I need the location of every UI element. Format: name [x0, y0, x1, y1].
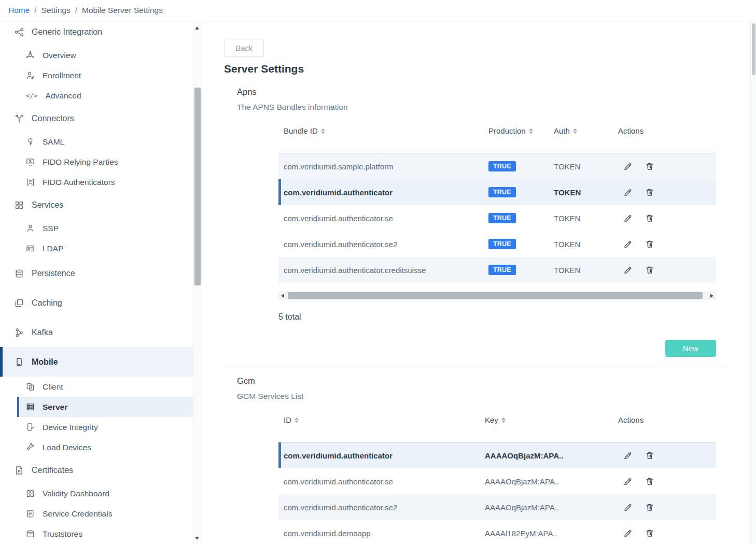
column-header-bundle-id[interactable]: Bundle ID: [278, 126, 488, 153]
sidebar-item-kafka[interactable]: Kafka: [0, 318, 193, 347]
sort-icon[interactable]: [295, 418, 299, 423]
sidebar: Generic Integration Overview Enrollment …: [0, 21, 193, 545]
auth-cell: TOKEN: [554, 188, 618, 197]
delete-icon[interactable]: [645, 477, 654, 486]
sort-icon[interactable]: [501, 418, 506, 423]
delete-icon[interactable]: [645, 162, 654, 171]
delete-icon[interactable]: [645, 239, 654, 249]
page-scrollbar-thumb[interactable]: [752, 23, 755, 75]
sidebar-item-label: Enrollment: [43, 71, 81, 80]
mobile-icon: [15, 357, 24, 367]
sidebar-item-truststores[interactable]: Truststores: [0, 524, 193, 544]
sidebar-item-label: Caching: [32, 298, 62, 308]
caching-icon: [15, 298, 24, 308]
delete-icon[interactable]: [645, 503, 654, 512]
delete-icon[interactable]: [645, 451, 654, 460]
column-header-auth[interactable]: Auth: [554, 126, 618, 153]
delete-icon[interactable]: [645, 528, 654, 538]
edit-icon[interactable]: [623, 265, 633, 275]
sidebar-item-device-integrity[interactable]: Device Integrity: [0, 417, 193, 437]
id-cell: com.veridiumid.authenticator.se2: [278, 503, 485, 512]
column-header-id[interactable]: ID: [278, 415, 485, 442]
sort-icon[interactable]: [573, 128, 577, 134]
certificates-icon: [15, 466, 24, 475]
sidebar-item-advanced[interactable]: </> Advanced: [0, 85, 193, 106]
sidebar-scrollbar[interactable]: [193, 21, 202, 545]
table-row-selected[interactable]: com.veridiumid.authenticator AAAAOqBjazM…: [278, 442, 716, 468]
scroll-left-arrow-icon[interactable]: [278, 291, 287, 300]
delete-icon[interactable]: [645, 188, 654, 197]
sidebar-item-enrollment[interactable]: Enrollment: [0, 65, 193, 85]
sidebar-item-connectors[interactable]: Connectors: [0, 106, 193, 132]
enrollment-icon: [26, 71, 35, 80]
table-row[interactable]: com.veridiumid.sample.platform TRUE TOKE…: [278, 153, 716, 179]
edit-icon[interactable]: [623, 188, 633, 197]
id-cell: com.veridiumid.authenticator.se: [278, 477, 485, 486]
scroll-right-arrow-icon[interactable]: [708, 291, 716, 300]
edit-icon[interactable]: [623, 503, 633, 512]
key-cell: AAAAl182EyM:APA..: [485, 529, 618, 538]
page-scrollbar[interactable]: [750, 21, 756, 545]
edit-icon[interactable]: [623, 477, 633, 486]
sidebar-item-persistence[interactable]: Persistence: [0, 259, 193, 288]
sidebar-item-label: Connectors: [32, 114, 74, 123]
production-badge: TRUE: [488, 213, 516, 223]
auth-cell: TOKEN: [554, 266, 618, 275]
sort-icon[interactable]: [529, 128, 533, 134]
sidebar-item-overview[interactable]: Overview: [0, 45, 193, 65]
sidebar-item-ldap[interactable]: LDAP: [0, 238, 193, 259]
sidebar-item-service-credentials[interactable]: Service Credentials: [0, 504, 193, 524]
edit-icon[interactable]: [623, 451, 633, 460]
sidebar-item-fido-authenticators[interactable]: FIDO Authenticators: [0, 172, 193, 192]
sidebar-item-caching[interactable]: Caching: [0, 288, 193, 318]
id-cell: com.veridiumid.authenticator: [278, 451, 485, 460]
column-header-production[interactable]: Production: [488, 126, 554, 153]
back-button[interactable]: Back: [224, 39, 264, 57]
column-header-actions: Actions: [618, 126, 716, 153]
sidebar-item-label: SAML: [43, 137, 64, 147]
sidebar-item-load-devices[interactable]: Load Devices: [0, 437, 193, 457]
apns-table-header: Bundle ID Production Auth Actions: [278, 119, 716, 153]
edit-icon[interactable]: [623, 239, 633, 249]
horizontal-scrollbar[interactable]: [278, 291, 716, 300]
gcm-table: ID Key Actions com.veridiumid.authentica…: [278, 408, 716, 545]
sidebar-item-saml[interactable]: SAML: [0, 132, 193, 152]
delete-icon[interactable]: [645, 265, 654, 275]
apns-total-count: 5 total: [278, 312, 301, 322]
breadcrumb-home-link[interactable]: Home: [8, 6, 30, 15]
table-row[interactable]: com.veridiumid.demoapp AAAAl182EyM:APA..: [278, 520, 716, 545]
edit-icon[interactable]: [623, 528, 633, 538]
table-row[interactable]: com.veridiumid.authenticator.se TRUE TOK…: [278, 205, 716, 231]
new-button[interactable]: New: [665, 340, 716, 357]
table-row-selected[interactable]: com.veridiumid.authenticator TRUE TOKEN: [278, 179, 716, 205]
sidebar-item-certificates[interactable]: Certificates: [0, 457, 193, 483]
gcm-section-title: Gcm: [237, 376, 255, 386]
sidebar-scrollbar-thumb[interactable]: [194, 88, 201, 285]
sidebar-item-client[interactable]: Client: [0, 377, 193, 397]
production-badge: TRUE: [488, 239, 516, 249]
sidebar-item-label: Truststores: [43, 529, 82, 539]
horizontal-scrollbar-thumb[interactable]: [288, 292, 703, 299]
auth-cell: TOKEN: [554, 240, 618, 249]
delete-icon[interactable]: [645, 213, 654, 223]
column-header-key[interactable]: Key: [485, 415, 618, 442]
edit-icon[interactable]: [623, 162, 633, 171]
sidebar-item-validity-dashboard[interactable]: Validity Dashboard: [0, 483, 193, 504]
scroll-up-arrow-icon[interactable]: [195, 26, 199, 30]
sidebar-item-ssp[interactable]: SSP: [0, 218, 193, 238]
table-row[interactable]: com.veridiumid.authenticator.se2 AAAAOqB…: [278, 494, 716, 520]
table-row[interactable]: com.veridiumid.authenticator.creditsuiss…: [278, 257, 716, 283]
sidebar-item-server[interactable]: Server: [17, 397, 193, 417]
sidebar-item-fido-relying-parties[interactable]: FIDO Relying Parties: [0, 152, 193, 172]
scroll-down-arrow-icon[interactable]: [195, 537, 199, 540]
sidebar-item-services[interactable]: Services: [0, 192, 193, 218]
table-row[interactable]: com.veridiumid.authenticator.se AAAAOqBj…: [278, 468, 716, 494]
breadcrumb: Home / Settings / Mobile Server Settings: [0, 0, 756, 21]
bundle-id-cell: com.veridiumid.authenticator.se: [278, 214, 488, 223]
sort-icon[interactable]: [321, 128, 325, 134]
service-credentials-icon: [26, 509, 35, 518]
sidebar-item-generic-integration[interactable]: Generic Integration: [0, 21, 193, 45]
edit-icon[interactable]: [623, 213, 633, 223]
table-row[interactable]: com.veridiumid.authenticator.se2 TRUE TO…: [278, 231, 716, 257]
sidebar-item-mobile[interactable]: Mobile: [0, 347, 193, 377]
